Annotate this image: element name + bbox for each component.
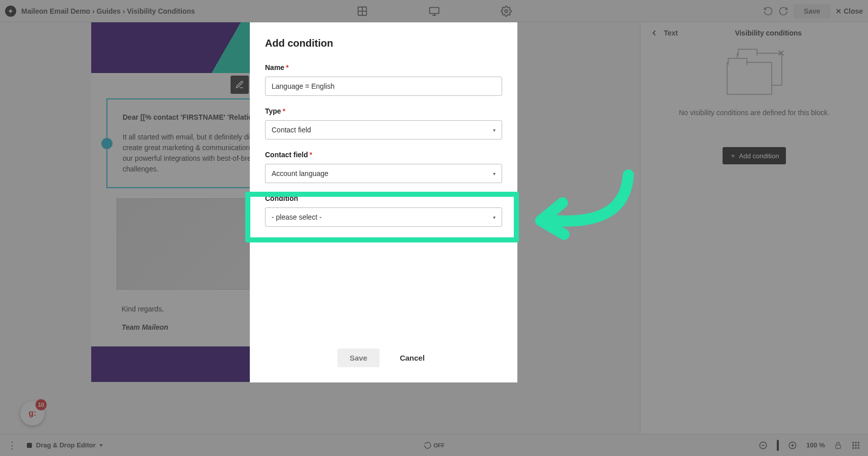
field-condition: Condition - please select - ▾ <box>265 194 502 227</box>
modal-cancel-button[interactable]: Cancel <box>395 348 430 367</box>
condition-select[interactable]: - please select - ▾ <box>265 207 502 227</box>
type-value: Contact field <box>272 126 311 134</box>
field-contact-field: Contact field* Account language ▾ <box>265 151 502 183</box>
required-asterisk: * <box>283 107 285 115</box>
name-label-text: Name <box>265 63 284 72</box>
contact-field-label: Contact field* <box>265 151 502 159</box>
field-name: Name* <box>265 63 502 96</box>
contact-field-label-text: Contact field <box>265 151 308 159</box>
contact-field-select[interactable]: Account language ▾ <box>265 164 502 183</box>
add-condition-modal: Add condition Name* Type* Contact field … <box>250 22 517 382</box>
required-asterisk: * <box>310 151 312 159</box>
condition-label-text: Condition <box>265 194 298 202</box>
contact-field-value: Account language <box>272 169 328 178</box>
type-label-text: Type <box>265 107 281 115</box>
type-select[interactable]: Contact field ▾ <box>265 120 502 139</box>
type-label: Type* <box>265 107 502 115</box>
chevron-down-icon: ▾ <box>493 215 496 220</box>
name-input[interactable] <box>265 77 502 96</box>
condition-value: - please select - <box>272 213 322 221</box>
required-asterisk: * <box>286 63 288 72</box>
modal-save-button[interactable]: Save <box>337 348 380 367</box>
chevron-down-icon: ▾ <box>493 171 496 177</box>
chevron-down-icon: ▾ <box>493 127 496 133</box>
field-type: Type* Contact field ▾ <box>265 107 502 139</box>
name-label: Name* <box>265 63 502 72</box>
modal-actions: Save Cancel <box>265 348 502 372</box>
modal-title: Add condition <box>265 38 502 49</box>
condition-label: Condition <box>265 194 502 202</box>
